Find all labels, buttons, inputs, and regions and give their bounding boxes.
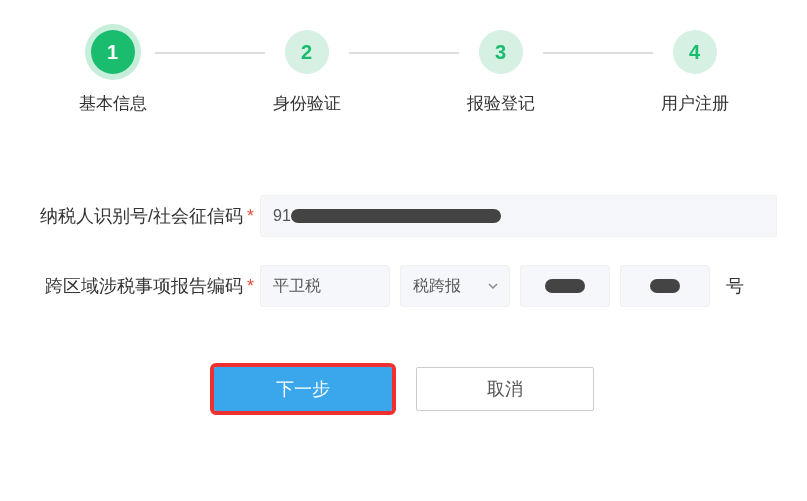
redacted-block [650, 279, 680, 293]
stepper: 1 基本信息 2 身份验证 3 报验登记 4 用户注册 [0, 0, 807, 115]
row-cross-region: 跨区域涉税事项报告编码* 平卫税 税跨报 号 [30, 265, 777, 307]
step-3-circle: 3 [479, 30, 523, 74]
redacted-block [545, 279, 585, 293]
input-taxpayer-id[interactable]: 91 [260, 195, 777, 237]
step-4-label: 用户注册 [661, 92, 729, 115]
select-cross-region-seg2[interactable]: 税跨报 [400, 265, 510, 307]
row-taxpayer-id: 纳税人识别号/社会征信码* 91 [30, 195, 777, 237]
step-2-label: 身份验证 [273, 92, 341, 115]
step-4: 4 用户注册 [661, 30, 729, 115]
cancel-button[interactable]: 取消 [416, 367, 594, 411]
input-cross-region-seg3[interactable] [520, 265, 610, 307]
step-2-circle: 2 [285, 30, 329, 74]
chevron-down-icon [487, 280, 499, 292]
required-mark: * [247, 206, 254, 226]
label-taxpayer-id: 纳税人识别号/社会征信码* [30, 204, 260, 228]
select-value: 税跨报 [413, 276, 461, 297]
step-4-circle: 4 [673, 30, 717, 74]
step-3-label: 报验登记 [467, 92, 535, 115]
connector-3 [543, 52, 653, 54]
taxpayer-id-prefix: 91 [273, 207, 291, 225]
input-cross-region-seg1[interactable]: 平卫税 [260, 265, 390, 307]
redacted-block [291, 209, 501, 223]
step-2: 2 身份验证 [273, 30, 341, 115]
required-mark: * [247, 276, 254, 296]
step-1-label: 基本信息 [79, 92, 147, 115]
suffix-hao: 号 [726, 274, 744, 298]
step-1: 1 基本信息 [79, 30, 147, 115]
label-cross-region: 跨区域涉税事项报告编码* [30, 274, 260, 298]
next-button[interactable]: 下一步 [214, 367, 392, 411]
connector-1 [155, 52, 265, 54]
form: 纳税人识别号/社会征信码* 91 跨区域涉税事项报告编码* 平卫税 税跨报 号 [0, 195, 807, 307]
connector-2 [349, 52, 459, 54]
actions: 下一步 取消 [0, 367, 807, 411]
step-1-circle: 1 [91, 30, 135, 74]
step-3: 3 报验登记 [467, 30, 535, 115]
input-cross-region-seg4[interactable] [620, 265, 710, 307]
